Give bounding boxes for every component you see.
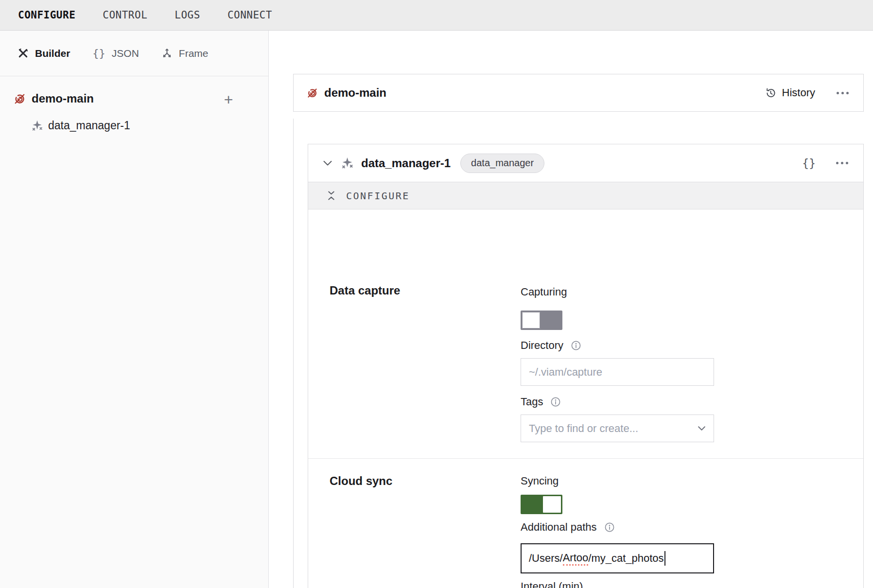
syncing-toggle[interactable] xyxy=(521,495,562,514)
tags-placeholder: Type to find or create... xyxy=(529,422,698,435)
directory-input[interactable] xyxy=(521,358,714,386)
configure-section-bar[interactable]: CONFIGURE xyxy=(308,182,863,209)
component-json-icon[interactable]: {} xyxy=(802,157,816,170)
path-value-prefix: /Users/ xyxy=(529,552,563,565)
info-icon[interactable] xyxy=(604,522,615,533)
history-label: History xyxy=(782,86,815,99)
directory-label: Directory xyxy=(521,339,581,352)
component-name: data_manager-1 xyxy=(361,156,451,170)
tools-icon xyxy=(17,48,29,59)
machine-offline-icon xyxy=(306,87,318,99)
collapse-icon xyxy=(327,191,335,200)
component-card-header: data_manager-1 data_manager {} xyxy=(308,144,863,182)
path-value-suffix: /my_cat_photos xyxy=(588,552,663,565)
nav-tab-logs[interactable]: LOGS xyxy=(175,9,200,21)
tree-machine-label: demo-main xyxy=(32,92,94,105)
tab-builder-label: Builder xyxy=(35,48,70,59)
capturing-toggle[interactable] xyxy=(521,311,562,330)
machine-header-card: demo-main History xyxy=(293,74,864,112)
frame-axes-icon xyxy=(161,48,173,59)
tree-item-component[interactable]: data_manager-1 xyxy=(0,114,268,137)
sparkles-icon xyxy=(340,156,354,170)
tab-json-label: JSON xyxy=(112,48,139,59)
nav-tab-connect[interactable]: CONNECT xyxy=(227,9,272,21)
machine-title: demo-main xyxy=(324,86,386,100)
sparkles-icon xyxy=(31,119,44,132)
add-component-button[interactable]: + xyxy=(219,90,238,109)
tab-json[interactable]: {} JSON xyxy=(92,47,139,59)
tab-frame-label: Frame xyxy=(179,48,209,59)
interval-label: Interval (min) xyxy=(521,580,583,588)
tags-label: Tags xyxy=(521,396,561,408)
tree-component-label: data_manager-1 xyxy=(48,119,130,132)
nav-tab-control[interactable]: CONTROL xyxy=(103,9,147,21)
configure-bar-label: CONFIGURE xyxy=(346,190,410,202)
nav-tab-configure[interactable]: CONFIGURE xyxy=(18,9,75,21)
tags-select[interactable]: Type to find or create... xyxy=(521,415,714,442)
text-caret xyxy=(664,551,665,566)
section-divider xyxy=(308,458,863,459)
machine-menu-icon[interactable] xyxy=(834,89,852,97)
top-navigation: CONFIGURE CONTROL LOGS CONNECT xyxy=(0,0,873,31)
machine-offline-icon xyxy=(13,92,26,105)
additional-paths-input[interactable]: /Users/Artoo/my_cat_photos xyxy=(521,543,714,573)
component-menu-icon[interactable] xyxy=(833,159,851,167)
info-icon[interactable] xyxy=(550,397,561,407)
additional-paths-label: Additional paths xyxy=(521,521,615,534)
tab-frame[interactable]: Frame xyxy=(161,48,209,59)
viam-configure-screen: CONFIGURE CONTROL LOGS CONNECT Builder {… xyxy=(0,0,873,588)
card-group-rail xyxy=(293,119,294,588)
info-icon[interactable] xyxy=(571,340,581,351)
path-value-misspelled: Artoo xyxy=(563,552,589,566)
chevron-down-icon xyxy=(698,426,706,431)
chevron-down-icon[interactable] xyxy=(323,160,332,166)
component-card: data_manager-1 data_manager {} CONFIGURE… xyxy=(308,144,864,588)
cloud-sync-heading: Cloud sync xyxy=(330,474,392,488)
syncing-label: Syncing xyxy=(521,475,559,487)
history-icon xyxy=(765,87,776,99)
component-type-badge: data_manager xyxy=(460,154,544,173)
braces-icon: {} xyxy=(92,47,105,59)
capturing-label: Capturing xyxy=(521,286,567,298)
tab-builder[interactable]: Builder xyxy=(17,48,70,59)
data-capture-heading: Data capture xyxy=(330,284,400,297)
view-mode-tabs: Builder {} JSON Frame xyxy=(0,31,268,76)
sidebar: Builder {} JSON Frame xyxy=(0,31,269,588)
history-button[interactable]: History xyxy=(765,86,815,99)
